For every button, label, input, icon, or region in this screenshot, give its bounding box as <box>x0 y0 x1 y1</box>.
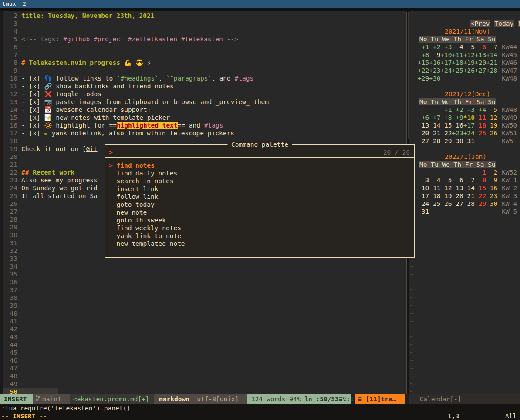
calendar-day-cell[interactable]: 6 <box>452 176 463 184</box>
calendar-day-cell[interactable]: +3 <box>463 106 475 114</box>
editor-line[interactable]: 13- [x] 📷 paste images from clipboard or… <box>0 98 269 106</box>
calendar-day-cell[interactable]: +19 <box>463 59 475 67</box>
calendar-day-cell[interactable]: 30 <box>486 200 497 208</box>
window-titlebar[interactable]: tmux -2 <box>0 0 520 8</box>
calendar-day-cell[interactable]: 28 <box>463 200 475 208</box>
editor-line[interactable]: 31 <box>0 239 21 247</box>
calendar-sidebar[interactable]: <PrevTodayNext> 2021/11(Nov)Mo Tu We Th … <box>409 11 520 394</box>
editor-line[interactable]: 20 <box>0 153 21 161</box>
calendar-day-cell[interactable]: +1 <box>418 43 429 51</box>
calendar-day-cell[interactable]: 17 <box>418 192 429 200</box>
calendar-day-cell[interactable]: 19 <box>486 121 497 129</box>
editor-line[interactable]: 29 <box>0 223 21 231</box>
calendar-day-cell[interactable]: 26 <box>486 129 497 137</box>
calendar-day-cell[interactable]: +16 <box>429 59 440 67</box>
editor-line[interactable]: 48 <box>0 372 21 380</box>
calendar-day-cell[interactable]: 13 <box>418 121 429 129</box>
palette-item[interactable]: search in notes <box>105 177 414 185</box>
editor-line[interactable]: 32 <box>0 247 21 255</box>
calendar-day-cell[interactable]: +24 <box>440 67 452 74</box>
calendar-day-cell[interactable]: 15 <box>440 121 452 129</box>
editor-line[interactable]: 3--- <box>0 20 33 27</box>
calendar-day-cell[interactable]: 12 <box>440 184 452 192</box>
calendar-day-cell[interactable]: +30 <box>429 74 440 82</box>
calendar-day-cell[interactable]: 15 <box>475 184 486 192</box>
editor-line[interactable]: 4 <box>0 27 21 35</box>
editor-line[interactable]: 2title: Tuesday, November 23th, 2021 <box>0 12 155 20</box>
calendar-day-cell[interactable]: +28 <box>486 67 497 74</box>
calendar-day-cell[interactable]: +24 <box>463 129 475 137</box>
tabs-segment[interactable]: ≡ [11]tra… <box>355 394 405 404</box>
editor-line[interactable]: 28 <box>0 215 21 223</box>
editor-line[interactable]: 34 <box>0 262 21 270</box>
vim-command-line[interactable]: :lua require('telekasten').panel() <box>0 404 520 412</box>
calendar-day-cell[interactable]: 16 <box>452 121 463 129</box>
calendar-day-cell[interactable]: 28 <box>429 137 440 145</box>
calendar-day-cell[interactable]: *10 <box>463 114 475 121</box>
calendar-day-cell[interactable]: 31 <box>463 137 475 145</box>
calendar-day-cell[interactable]: 18 <box>475 121 486 129</box>
editor-line[interactable]: 41 <box>0 317 21 325</box>
calendar-day-cell[interactable]: 5 <box>486 106 497 114</box>
editor-line[interactable]: 24On Sunday we got rid <box>0 184 98 192</box>
calendar-day-cell[interactable]: +4 <box>475 106 486 114</box>
palette-item[interactable]: find weekly notes <box>105 224 414 232</box>
calendar-day-cell[interactable]: +1 <box>440 106 452 114</box>
editor-line[interactable]: 25It all started on Sa <box>0 192 98 200</box>
editor-line[interactable]: 49 <box>0 380 21 388</box>
editor-line[interactable]: 10- [x] 👣 follow links to `#headings`, `… <box>0 74 253 82</box>
palette-item[interactable]: yank link to note <box>105 232 414 240</box>
calendar-day-cell[interactable]: 21 <box>463 192 475 200</box>
calendar-day-cell[interactable]: 9 <box>429 51 440 59</box>
calendar-day-cell[interactable]: 20 <box>452 192 463 200</box>
calendar-day-cell[interactable]: +15 <box>418 59 429 67</box>
palette-item[interactable]: insert link <box>105 185 414 193</box>
editor-line[interactable]: 19Check it out on [Git <box>0 145 98 153</box>
editor-line[interactable]: 37 <box>0 286 21 294</box>
calendar-day-cell[interactable]: 7 <box>463 176 475 184</box>
calendar-day-cell[interactable]: +20 <box>475 59 486 67</box>
palette-item[interactable]: new templated note <box>105 240 414 248</box>
calendar-day-cell[interactable]: +17 <box>440 59 452 67</box>
editor-line[interactable]: 7 <box>0 51 21 59</box>
editor-line[interactable]: 36 <box>0 278 21 286</box>
calendar-day-cell[interactable]: 30 <box>452 137 463 145</box>
calendar-day-cell[interactable]: 5 <box>440 176 452 184</box>
calendar-day-cell[interactable]: +12 <box>463 51 475 59</box>
palette-prompt-input[interactable]: > 20 / 20 <box>105 145 414 158</box>
editor-line[interactable]: 6 <box>0 43 21 51</box>
editor-line[interactable]: 15- [x] 📝 new notes with template picker <box>0 114 170 121</box>
editor-line[interactable]: 26 <box>0 200 21 208</box>
editor-line[interactable]: 43 <box>0 333 21 341</box>
calendar-day-cell[interactable]: 6 <box>475 43 486 51</box>
calendar-day-cell[interactable]: 5 <box>463 43 475 51</box>
editor-line[interactable]: 22## Recent work <box>0 168 74 176</box>
calendar-day-cell[interactable]: +29 <box>418 74 429 82</box>
palette-item[interactable]: new note <box>105 208 414 216</box>
palette-item[interactable]: goto thisweek <box>105 216 414 224</box>
calendar-day-cell[interactable]: +7 <box>429 114 440 121</box>
calendar-day-cell[interactable]: 18 <box>429 192 440 200</box>
calendar-day-cell[interactable]: 24 <box>418 200 429 208</box>
editor-line[interactable]: 50 <box>0 388 21 394</box>
calendar-day-cell[interactable]: +27 <box>475 67 486 74</box>
calendar-day-cell[interactable]: 29 <box>440 137 452 145</box>
calendar-day-cell[interactable]: 26 <box>440 200 452 208</box>
editor-line[interactable]: 39 <box>0 302 21 309</box>
calendar-day-cell[interactable]: +17 <box>463 121 475 129</box>
calendar-day-cell[interactable]: 13 <box>452 184 463 192</box>
calendar-day-cell[interactable]: 22 <box>440 129 452 137</box>
palette-item[interactable]: goto today <box>105 201 414 208</box>
calendar-day-cell[interactable]: 14 <box>463 184 475 192</box>
editor-line[interactable]: 21 <box>0 161 21 168</box>
editor-line[interactable]: 45 <box>0 349 21 356</box>
calendar-day-cell[interactable]: +22 <box>418 67 429 74</box>
editor-line[interactable]: 35 <box>0 270 21 278</box>
calendar-day-cell[interactable]: 1 <box>475 168 486 176</box>
calendar-prev-button[interactable]: <Prev <box>470 20 490 27</box>
editor-line[interactable]: 47 <box>0 364 21 372</box>
calendar-day-cell[interactable]: 4 <box>452 43 463 51</box>
editor-line[interactable]: 38 <box>0 294 21 302</box>
editor-line[interactable]: 17- [x] ✏ yank notelink, also from wthin… <box>0 129 234 137</box>
calendar-day-cell[interactable]: 10 <box>418 184 429 192</box>
